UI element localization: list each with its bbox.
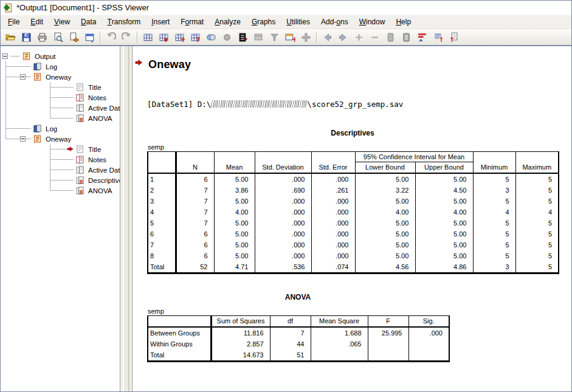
outline-item-output[interactable]: Output [2, 51, 120, 61]
promote-item-button[interactable] [415, 30, 430, 44]
print-button[interactable] [35, 30, 50, 44]
print-preview-button[interactable] [50, 30, 66, 44]
outline-item-anova[interactable]: ANOVA [75, 113, 120, 123]
redo-button[interactable] [119, 30, 134, 44]
find-button[interactable] [219, 30, 235, 44]
outline-item-title[interactable]: Title [75, 144, 120, 154]
table-cell: 5.00 [415, 239, 473, 250]
tree-expander-icon[interactable] [20, 74, 26, 80]
outline-item-active-dataset[interactable]: Active Dataset [75, 103, 120, 113]
select-last-output-icon [238, 32, 248, 43]
table-page-icon [75, 114, 84, 123]
table-corner-cell [148, 316, 211, 328]
table-cell: 7 [270, 327, 311, 339]
collapse-item-button[interactable] [367, 30, 382, 44]
tree-expander-icon[interactable] [2, 53, 8, 59]
outline-item-notes[interactable]: Notes [75, 154, 120, 165]
pane-splitter[interactable] [120, 46, 133, 391]
expand-item-button[interactable] [351, 30, 367, 44]
outline-item-oneway[interactable]: Oneway [33, 72, 120, 82]
table-cell: 25.995 [368, 327, 408, 339]
svg-text:+: + [181, 35, 185, 42]
menu-add-ons[interactable]: Add-ons [315, 15, 354, 29]
undo-button[interactable] [103, 30, 119, 44]
table-cell: .065 [311, 339, 368, 349]
menu-insert[interactable]: Insert [146, 15, 175, 29]
menu-bar: FileEditViewDataTransformInsertFormatAna… [1, 15, 571, 29]
table-cell: 5 [515, 185, 559, 196]
previous-item-button[interactable] [320, 30, 335, 44]
export-output-button[interactable] [66, 30, 81, 44]
table-row: 765.00.000.0005.005.0055 [148, 239, 559, 250]
column-header: F [368, 316, 408, 328]
table-cell: 5 [473, 239, 515, 250]
save-file-button[interactable] [19, 30, 34, 44]
descriptives-table[interactable]: NMeanStd. DeviationStd. Error95% Confide… [147, 151, 559, 274]
insert-heading-button[interactable] [251, 30, 266, 44]
menu-data[interactable]: Data [75, 15, 102, 29]
outline-item-title[interactable]: Title [75, 82, 120, 92]
descriptives-section: Descriptives semp NMeanStd. DeviationStd… [147, 129, 571, 274]
hide-item-button[interactable] [399, 30, 414, 44]
column-header: Maximum [515, 152, 559, 174]
spss-viewer-app-icon [4, 3, 13, 13]
menu-analyze[interactable]: Analyze [209, 15, 246, 29]
outline-item-log[interactable]: Log [33, 123, 120, 134]
show-item-icon [385, 32, 396, 43]
outline-item-label: Log [44, 125, 58, 132]
use-sets-button[interactable] [204, 30, 219, 44]
goto-case-button[interactable]: ▼ [156, 30, 171, 44]
outline-item-descriptives[interactable]: Descriptives [75, 175, 120, 185]
goto-data-button[interactable] [140, 30, 156, 44]
table-cell: 5.00 [355, 218, 415, 229]
recall-dialog-button[interactable] [82, 30, 97, 44]
next-item-button[interactable] [336, 30, 351, 44]
table-row: Within Groups2.85744.065 [148, 339, 449, 349]
menu-file[interactable]: File [2, 15, 25, 29]
table-page-icon [75, 176, 84, 185]
menu-window[interactable]: Window [354, 15, 391, 29]
insert-cases-button[interactable]: + [172, 30, 187, 44]
menu-help[interactable]: Help [390, 15, 416, 29]
menu-format[interactable]: Format [175, 15, 209, 29]
menu-utilities[interactable]: Utilities [281, 15, 315, 29]
outline-item-oneway[interactable]: Oneway [33, 134, 120, 144]
outline-item-label: Descriptives [87, 177, 120, 184]
anova-table[interactable]: Sum of SquaresdfMean SquareFSig.Between … [147, 315, 450, 362]
insert-object-button[interactable]: ↑ [446, 30, 461, 44]
variables-button[interactable]: ? [188, 30, 203, 44]
show-item-button[interactable] [383, 30, 398, 44]
table-cell: 5.00 [415, 196, 473, 207]
menu-edit[interactable]: Edit [25, 15, 49, 29]
select-last-output-button[interactable] [235, 30, 250, 44]
row-label: 7 [148, 239, 176, 250]
demote-item-button[interactable]: ↑ [430, 30, 446, 44]
outline-item-label: Oneway [44, 136, 72, 143]
print-icon [37, 32, 47, 43]
table-cell: 4.00 [355, 207, 415, 218]
tree-expander-icon[interactable] [20, 136, 26, 142]
descriptives-title: Descriptives [147, 129, 558, 137]
table-cell: 5 [473, 229, 515, 239]
row-label: Within Groups [148, 339, 211, 349]
outline-item-label: Active Dataset [87, 167, 120, 174]
insert-text-button[interactable] [298, 30, 314, 44]
menu-view[interactable]: View [49, 15, 75, 29]
table-cell: 5 [515, 250, 559, 261]
column-header: Mean Square [311, 316, 368, 328]
menu-graphs[interactable]: Graphs [246, 15, 281, 29]
tree-connector [10, 56, 19, 57]
outline-item-active-dataset[interactable]: Active Dataset [75, 165, 120, 175]
insert-title-button[interactable] [267, 30, 282, 44]
open-file-button[interactable] [3, 30, 18, 44]
table-cell: 4.86 [415, 261, 473, 273]
table-row: 273.86.690.2613.224.5035 [148, 185, 559, 196]
column-header: Mean [214, 152, 255, 174]
table-cell: 4.56 [355, 261, 415, 273]
outline-item-anova[interactable]: ANOVA [75, 185, 120, 196]
menu-transform[interactable]: Transform [102, 15, 146, 29]
table-row: Total524.71.536.0744.564.8635 [148, 261, 559, 273]
outline-item-notes[interactable]: Notes [75, 92, 120, 103]
outline-item-log[interactable]: Log [33, 61, 120, 72]
designate-window-button[interactable]: + [283, 30, 298, 44]
